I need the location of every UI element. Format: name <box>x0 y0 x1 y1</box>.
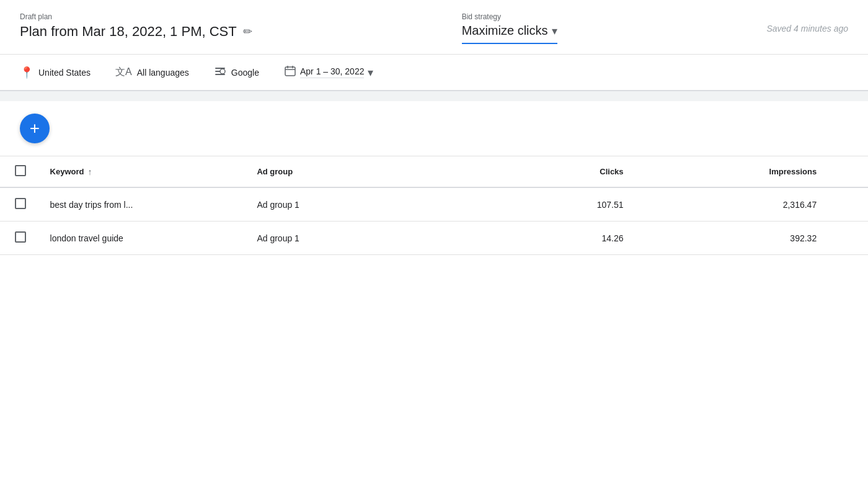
network-icon <box>214 65 226 79</box>
row-clicks: 14.26 <box>440 222 634 255</box>
row-impressions: 392.32 <box>634 222 827 255</box>
row-adgroup: Ad group 1 <box>247 222 440 255</box>
language-label: All languages <box>137 68 189 78</box>
th-impressions[interactable]: Impressions <box>634 156 827 188</box>
row-keyword: best day trips from l... <box>40 187 247 222</box>
location-label: United States <box>38 68 91 78</box>
table-row: london travel guide Ad group 1 14.26 392… <box>0 222 868 255</box>
keywords-table: Keyword ↑ Ad group Clicks Impressions <box>0 156 868 255</box>
th-adgroup[interactable]: Ad group <box>247 156 440 188</box>
th-keyword[interactable]: Keyword ↑ <box>40 156 247 188</box>
filter-bar: 📍 United States 文A All languages Google <box>0 55 868 91</box>
date-dropdown-arrow: ▾ <box>368 66 373 79</box>
th-actions <box>826 156 868 188</box>
network-label: Google <box>231 68 259 78</box>
network-filter[interactable]: Google <box>214 65 259 79</box>
row-adgroup: Ad group 1 <box>247 187 440 222</box>
calendar-icon <box>284 65 296 80</box>
th-impressions-label: Impressions <box>769 167 817 176</box>
table-row: best day trips from l... Ad group 1 107.… <box>0 187 868 222</box>
add-section: + <box>0 101 868 156</box>
bid-strategy-dropdown-arrow: ▾ <box>552 24 557 38</box>
row-clicks: 107.51 <box>440 187 634 222</box>
plan-title-container: Plan from Mar 18, 2022, 1 PM, CST ✏ <box>20 24 252 40</box>
row-checkbox[interactable] <box>15 198 26 209</box>
language-icon: 文A <box>115 66 132 79</box>
th-clicks-label: Clicks <box>600 167 623 176</box>
svg-point-3 <box>220 69 225 74</box>
add-keyword-button[interactable]: + <box>20 114 50 143</box>
row-impressions: 2,316.47 <box>634 187 827 222</box>
language-filter[interactable]: 文A All languages <box>115 66 189 79</box>
svg-rect-4 <box>285 67 295 76</box>
location-filter[interactable]: 📍 United States <box>20 66 91 79</box>
table-header-row: Keyword ↑ Ad group Clicks Impressions <box>0 156 868 188</box>
select-all-checkbox[interactable] <box>15 165 26 176</box>
th-keyword-label: Keyword <box>50 167 84 176</box>
location-icon: 📍 <box>20 66 33 79</box>
bid-strategy-section: Bid strategy Maximize clicks ▾ <box>462 12 557 44</box>
separator-band <box>0 91 868 101</box>
plan-title: Plan from Mar 18, 2022, 1 PM, CST <box>20 24 237 40</box>
header-section: Draft plan Plan from Mar 18, 2022, 1 PM,… <box>0 0 868 55</box>
bid-strategy-selector[interactable]: Maximize clicks ▾ <box>462 24 557 44</box>
row-actions <box>826 222 868 255</box>
sort-icon: ↑ <box>87 167 92 177</box>
row-checkbox[interactable] <box>15 231 26 243</box>
bid-strategy-label: Bid strategy <box>462 12 557 21</box>
draft-plan-info: Draft plan Plan from Mar 18, 2022, 1 PM,… <box>20 12 252 40</box>
row-checkbox-cell[interactable] <box>0 187 40 222</box>
row-actions <box>826 187 868 222</box>
keywords-table-container: Keyword ↑ Ad group Clicks Impressions <box>0 156 868 255</box>
edit-icon[interactable]: ✏ <box>243 25 252 38</box>
th-adgroup-label: Ad group <box>257 167 293 176</box>
th-clicks[interactable]: Clicks <box>440 156 634 188</box>
th-select-all[interactable] <box>0 156 40 188</box>
date-range-label: Apr 1 – 30, 2022 <box>300 66 365 78</box>
saved-status: Saved 4 minutes ago <box>766 24 848 34</box>
add-icon: + <box>30 119 40 138</box>
row-checkbox-cell[interactable] <box>0 222 40 255</box>
bid-strategy-value: Maximize clicks <box>462 24 548 38</box>
date-filter[interactable]: Apr 1 – 30, 2022 ▾ <box>284 65 374 80</box>
draft-plan-label: Draft plan <box>20 12 252 21</box>
row-keyword: london travel guide <box>40 222 247 255</box>
